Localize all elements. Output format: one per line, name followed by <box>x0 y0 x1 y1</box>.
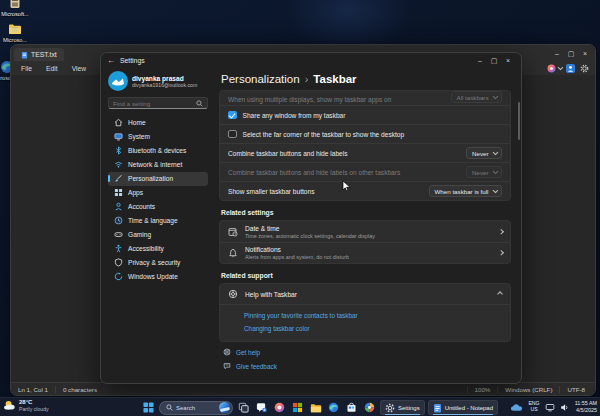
sidebar-item-privacy[interactable]: Privacy & security <box>108 256 208 270</box>
chevron-right-icon <box>498 229 503 234</box>
scrollbar-thumb[interactable] <box>518 102 521 140</box>
photos-icon <box>364 402 375 413</box>
feedback-icon <box>223 362 231 370</box>
checkbox-unchecked-icon[interactable] <box>228 130 237 139</box>
chat-button[interactable] <box>254 400 269 415</box>
chevron-right-icon <box>498 251 503 256</box>
account-block[interactable]: divyanka prasad divyanka1916@outlook.com <box>108 71 208 91</box>
photos-button[interactable] <box>362 400 377 415</box>
status-characters: 0 characters <box>56 386 104 393</box>
taskbar-settings-label: Settings <box>398 405 420 411</box>
dropdown-combine-buttons[interactable]: Never <box>466 147 502 159</box>
link-pinning-contacts[interactable]: Pinning your favorite contacts to taskba… <box>244 312 502 319</box>
gamepad-icon <box>114 230 123 239</box>
desktop-icon-label: Microsoft... <box>0 11 32 17</box>
store-button[interactable] <box>344 400 359 415</box>
link-changing-taskbar-color[interactable]: Changing taskbar color <box>244 325 502 332</box>
sidebar-item-accounts[interactable]: Accounts <box>108 200 208 214</box>
sidebar-item-apps[interactable]: Apps <box>108 186 208 200</box>
language-indicator[interactable]: ENG US <box>528 401 539 413</box>
search-input[interactable] <box>113 100 196 107</box>
breadcrumb-parent[interactable]: Personalization <box>221 73 300 85</box>
sidebar-item-home[interactable]: Home <box>108 116 208 130</box>
settings-search-box[interactable] <box>108 97 208 109</box>
volume-icon[interactable] <box>560 403 570 412</box>
bing-daily-image <box>219 402 230 413</box>
gear-icon[interactable] <box>580 64 589 73</box>
sidebar-item-windows-update[interactable]: Windows Update <box>108 270 208 284</box>
notepad-tab-title: TEST.txt <box>31 51 57 58</box>
dropdown-smaller-buttons[interactable]: When taskbar is full <box>429 185 503 197</box>
notepad-close-button[interactable]: × <box>578 48 592 59</box>
search-icon <box>196 100 203 107</box>
copilot-button[interactable] <box>272 400 287 415</box>
sidebar-item-bluetooth[interactable]: Bluetooth & devices <box>108 144 208 158</box>
menu-view[interactable]: View <box>66 63 93 74</box>
network-icon[interactable] <box>545 403 555 412</box>
sidebar-item-personalization[interactable]: Personalization <box>108 172 208 186</box>
taskbar-behaviors-card: When using multiple displays, show my ta… <box>219 90 511 201</box>
notepad-minimize-button[interactable]: – <box>550 48 564 59</box>
settings-minimize-button[interactable]: – <box>473 55 487 66</box>
folder-icon <box>8 22 22 36</box>
taskbar-clock[interactable]: 11:55 AM 4/5/2025 <box>575 400 597 414</box>
related-date-time[interactable]: Date & timeTime zones, automatic clock s… <box>220 221 510 242</box>
shield-icon <box>114 258 123 267</box>
setting-row-multiple-displays: When using multiple displays, show my ta… <box>220 91 510 105</box>
taskbar-settings-app[interactable]: Settings <box>380 400 425 415</box>
settings-titlebar[interactable]: ← Settings – ▢ × <box>101 53 521 68</box>
microsoft-365-icon <box>292 402 303 413</box>
task-view-button[interactable] <box>236 400 251 415</box>
page-title: Taskbar <box>313 73 356 85</box>
mouse-cursor <box>342 180 351 192</box>
notepad-tab[interactable]: TEST.txt <box>14 48 64 61</box>
start-button[interactable] <box>141 400 156 415</box>
onedrive-icon[interactable] <box>510 403 523 412</box>
notepad-file-icon <box>21 51 28 59</box>
related-notifications[interactable]: NotificationsAlerts from apps and system… <box>220 242 510 263</box>
taskbar-notepad-label: Untitled - Notepad <box>445 405 493 411</box>
accessibility-icon <box>114 244 123 253</box>
related-support-card: Help with Taskbar Pinning your favorite … <box>219 283 511 342</box>
copilot-button[interactable] <box>547 64 562 73</box>
breadcrumb: Personalization › Taskbar <box>221 73 511 85</box>
status-encoding: UTF-8 <box>559 386 595 393</box>
give-feedback-link[interactable]: Give feedback <box>223 362 511 370</box>
desktop-icon-1[interactable]: Microsoft... <box>0 0 32 17</box>
sidebar-item-network[interactable]: Network & internet <box>108 158 208 172</box>
settings-maximize-button[interactable]: ▢ <box>487 55 501 66</box>
file-explorer-icon <box>310 402 322 414</box>
settings-close-button[interactable]: × <box>501 55 515 66</box>
windows-start-icon <box>143 402 154 413</box>
get-help-link[interactable]: Get help <box>223 348 511 356</box>
menu-file[interactable]: File <box>15 63 38 74</box>
help-with-taskbar-row[interactable]: Help with Taskbar <box>220 284 510 304</box>
notepad-maximize-button[interactable]: ▢ <box>564 48 578 59</box>
bell-icon <box>228 248 238 258</box>
settings-sidebar: divyanka prasad divyanka1916@outlook.com… <box>101 68 213 383</box>
settings-window: ← Settings – ▢ × divyanka prasad divyank… <box>100 52 522 384</box>
file-explorer-button[interactable] <box>308 400 323 415</box>
microsoft-365-button[interactable] <box>290 400 305 415</box>
notepad-app-icon <box>433 403 442 413</box>
sidebar-item-accessibility[interactable]: Accessibility <box>108 242 208 256</box>
sidebar-item-system[interactable]: System <box>108 130 208 144</box>
desktop-icon-2[interactable]: Microso... <box>0 22 32 43</box>
setting-row-combine-buttons: Combine taskbar buttons and hide labels … <box>220 143 510 162</box>
taskbar-search[interactable]: Search <box>159 401 233 415</box>
weather-widget[interactable]: 28°C Partly cloudy <box>3 399 49 412</box>
account-name: divyanka prasad <box>132 75 197 82</box>
system-icon <box>114 132 123 141</box>
sidebar-item-time-language[interactable]: Time & language <box>108 214 208 228</box>
weather-temp: 28°C <box>19 399 49 406</box>
menu-edit[interactable]: Edit <box>40 63 64 74</box>
back-icon[interactable]: ← <box>107 56 115 65</box>
account-icon[interactable] <box>566 64 575 73</box>
checkbox-checked-icon[interactable] <box>228 111 237 120</box>
taskbar-notepad-app[interactable]: Untitled - Notepad <box>428 400 498 415</box>
dropdown-multiple-displays: All taskbars <box>451 91 502 103</box>
edge-button[interactable] <box>326 400 341 415</box>
status-zoom: 100% <box>467 386 498 393</box>
sidebar-item-gaming[interactable]: Gaming <box>108 228 208 242</box>
help-ring-icon <box>228 289 238 299</box>
